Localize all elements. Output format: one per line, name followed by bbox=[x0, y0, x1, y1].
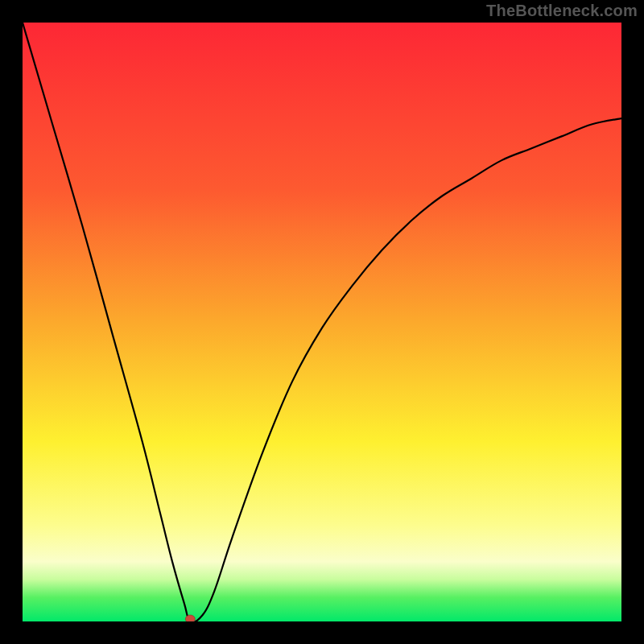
chart-svg bbox=[23, 23, 621, 621]
chart-frame: TheBottleneck.com bbox=[0, 0, 644, 644]
optimum-marker bbox=[185, 615, 195, 621]
plot-area bbox=[23, 23, 621, 621]
watermark-text: TheBottleneck.com bbox=[486, 2, 638, 20]
gradient-background bbox=[23, 23, 621, 621]
